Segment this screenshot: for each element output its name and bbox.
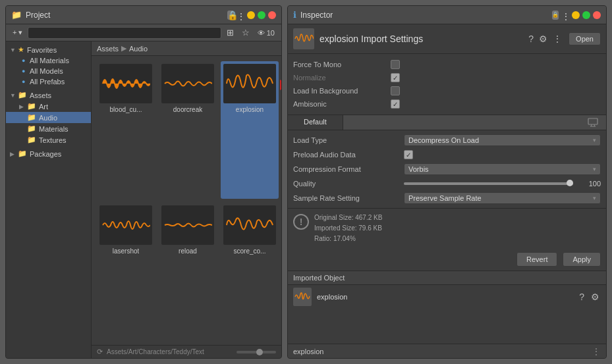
preload-audio-checkbox[interactable] — [404, 150, 413, 159]
sidebar-audio[interactable]: 📁 Audio — [6, 112, 91, 123]
tab-default[interactable]: Default — [288, 115, 343, 130]
sidebar-art[interactable]: ▶ 📁 Art — [6, 101, 91, 112]
compression-dropdown-arrow: ▾ — [593, 166, 596, 172]
imported-size-text: Imported Size: 79.6 KB — [314, 223, 382, 234]
file-label-doorcreak: doorcreak — [173, 106, 202, 113]
waveform-doorcreak — [163, 69, 212, 98]
bottom-bar-menu-btn[interactable]: ⋮ — [592, 346, 601, 357]
compression-format-dropdown[interactable]: Vorbis ▾ — [404, 163, 601, 175]
project-titlebar: 📁 Project 🔒 ⋮ — [6, 6, 281, 24]
filter-btn[interactable]: ☆ — [239, 26, 252, 39]
asset-icon — [293, 28, 314, 49]
minimize-btn[interactable] — [247, 11, 255, 19]
normalize-checkbox[interactable] — [391, 73, 400, 82]
imported-help-btn[interactable]: ? — [578, 290, 586, 303]
load-in-background-checkbox[interactable] — [391, 86, 400, 95]
quality-slider-fill — [404, 182, 573, 185]
inspector-panel-title: Inspector — [300, 11, 548, 20]
sidebar-packages[interactable]: ▶ 📁 Packages — [6, 148, 91, 159]
sidebar-all-models[interactable]: ● All Models — [6, 66, 91, 76]
view-count-btn[interactable]: 👁 10 — [255, 28, 277, 38]
asset-waveform-icon — [294, 29, 314, 49]
arrow-to-inspector — [280, 80, 281, 90]
sidebar-favorites[interactable]: ▼ ★ Favorites — [6, 44, 91, 55]
more-btn[interactable]: ⋮ — [551, 32, 563, 45]
minimize-btn-inspector[interactable] — [572, 11, 580, 19]
star-icon: ★ — [18, 45, 24, 54]
force-to-mono-checkbox[interactable] — [391, 60, 400, 69]
inspector-titlebar-controls: 🔒 ⋮ — [552, 11, 601, 20]
imported-item-row: explosion ? ⚙ — [288, 285, 606, 309]
file-item-doorcreak[interactable]: doorcreak — [159, 61, 217, 199]
info-icon: ! — [293, 214, 309, 230]
sidebar-all-prefabs[interactable]: ● All Prefabs — [6, 76, 91, 87]
close-btn-inspector[interactable] — [593, 11, 601, 19]
maximize-btn[interactable] — [258, 11, 265, 19]
zoom-thumb — [256, 349, 263, 355]
quality-slider-thumb — [567, 180, 573, 186]
file-thumbnail-blood — [99, 64, 152, 103]
file-thumbnail-explosion — [223, 64, 276, 103]
tab-monitor[interactable] — [580, 115, 606, 130]
properties-section: Force To Mono Normalize Load In Backgrou… — [288, 54, 606, 115]
sidebar-materials[interactable]: 📁 Materials — [6, 123, 91, 134]
audio-folder-icon: 📁 — [27, 113, 36, 122]
info-text: Original Size: 467.2 KB Imported Size: 7… — [314, 213, 382, 244]
packages-arrow: ▶ — [10, 151, 15, 157]
load-type-label: Load Type — [293, 136, 399, 144]
sidebar-assets[interactable]: ▼ 📁 Assets — [6, 90, 91, 101]
imported-icon — [293, 288, 312, 306]
sidebar-textures[interactable]: 📁 Textures — [6, 134, 91, 145]
quality-label: Quality — [293, 180, 399, 188]
add-button[interactable]: + ▾ — [10, 27, 25, 38]
sidebar-favorites-label: Favorites — [27, 46, 57, 54]
ambisonic-row: Ambisonic — [293, 97, 601, 111]
file-grid: blood_cu... doorcreak — [92, 56, 281, 345]
sample-rate-row: Sample Rate Setting Preserve Sample Rate… — [293, 191, 601, 205]
file-item-scoreco[interactable]: score_co... — [221, 203, 279, 340]
breadcrumb-assets[interactable]: Assets — [97, 45, 119, 53]
ambisonic-checkbox[interactable] — [391, 99, 400, 109]
titlebar-controls: 🔒 ⋮ — [227, 11, 276, 20]
status-path-text: Assets/Art/Characters/Teddy/Text — [107, 348, 233, 355]
open-button[interactable]: Open — [569, 32, 601, 45]
asset-header: explosion Import Settings ? ⚙ ⋮ Open — [288, 24, 606, 54]
sidebar-all-materials[interactable]: ● All Materials — [6, 55, 91, 66]
zoom-slider[interactable] — [236, 351, 276, 353]
list-icon2: ● — [22, 68, 27, 74]
lock-btn-inspector[interactable]: 🔒 — [552, 11, 559, 20]
imported-name: explosion — [317, 293, 572, 301]
file-item-blood[interactable]: blood_cu... — [97, 61, 155, 199]
dropdown-arrow: ▾ — [593, 137, 596, 143]
file-item-explosion[interactable]: explosion — [221, 61, 279, 199]
load-type-dropdown[interactable]: Decompress On Load ▾ — [404, 134, 601, 146]
lock-btn[interactable]: 🔒 — [227, 11, 234, 20]
file-thumbnail-reload — [161, 205, 214, 245]
layout-btn[interactable]: ⊞ — [224, 26, 236, 39]
quality-slider[interactable] — [404, 182, 573, 185]
file-item-lasershot[interactable]: lasershot — [97, 203, 155, 340]
sidebar-materials-label: Materials — [39, 125, 69, 133]
status-bar: ⟳ Assets/Art/Characters/Teddy/Text — [92, 345, 281, 358]
file-label-reload: reload — [179, 247, 197, 255]
imported-settings-btn[interactable]: ⚙ — [590, 290, 601, 303]
loading-icon: ⟳ — [97, 348, 103, 356]
sidebar-assets-label: Assets — [30, 91, 51, 99]
settings-btn[interactable]: ⚙ — [538, 32, 549, 45]
sample-rate-dropdown[interactable]: Preserve Sample Rate ▾ — [404, 192, 601, 204]
quality-value: 100 — [582, 180, 601, 188]
normalize-row: Normalize — [293, 71, 601, 84]
search-input[interactable] — [28, 27, 221, 39]
apply-button[interactable]: Apply — [563, 252, 601, 267]
menu-btn[interactable]: ⋮ — [236, 11, 244, 19]
file-item-reload[interactable]: reload — [159, 203, 217, 340]
menu-btn-inspector[interactable]: ⋮ — [561, 11, 569, 19]
breadcrumb-separator: ▶ — [121, 44, 126, 53]
help-btn[interactable]: ? — [527, 32, 535, 45]
maximize-btn-inspector[interactable] — [582, 11, 590, 19]
revert-button[interactable]: Revert — [516, 252, 557, 267]
file-label-blood: blood_cu... — [110, 106, 142, 113]
breadcrumb-audio[interactable]: Audio — [129, 45, 148, 53]
info-section: ! Original Size: 467.2 KB Imported Size:… — [288, 208, 606, 248]
close-btn[interactable] — [268, 11, 276, 19]
